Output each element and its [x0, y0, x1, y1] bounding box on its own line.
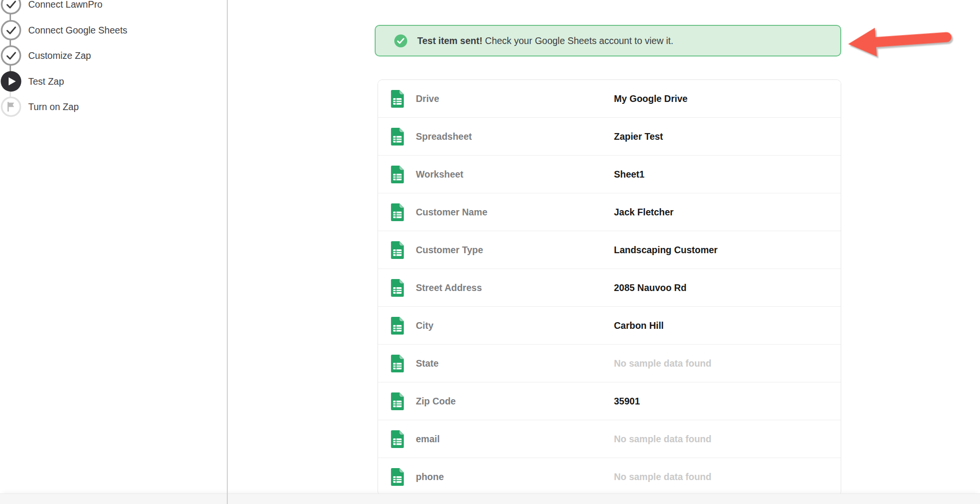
check-circle-icon [0, 20, 22, 41]
google-sheets-file-icon [391, 392, 404, 410]
field-label: Spreadsheet [416, 131, 472, 142]
google-sheets-file-icon [391, 128, 404, 146]
sidebar-step-turn-on-zap[interactable]: Turn on Zap [0, 96, 79, 117]
setup-steps-sidebar: Connect LawnPro Connect Google Sheets Cu… [0, 0, 227, 504]
banner-body-text: Check your Google Sheets account to view… [482, 35, 673, 46]
step-connector-line [10, 4, 11, 81]
field-label: Customer Name [416, 207, 488, 218]
bottom-panel-edge [0, 493, 980, 504]
field-label: Customer Type [416, 245, 483, 256]
field-value: Jack Fletcher [614, 207, 674, 218]
field-value: Landscaping Customer [614, 245, 718, 256]
step-label: Test Zap [28, 76, 64, 87]
table-row-state: State No sample data found [378, 344, 841, 382]
table-row-worksheet: Worksheet Sheet1 [378, 155, 841, 193]
banner-message: Test item sent! Check your Google Sheets… [417, 35, 673, 46]
field-label: Street Address [416, 282, 482, 293]
table-row-phone: phone No sample data found [378, 458, 841, 495]
field-value-empty: No sample data found [614, 358, 712, 369]
sidebar-step-connect-lawnpro[interactable]: Connect LawnPro [0, 0, 102, 15]
field-label: City [416, 320, 434, 331]
test-data-card: Drive My Google Drive Spreadsheet Zapier… [378, 79, 841, 496]
banner-title: Test item sent! [417, 35, 482, 46]
table-row-email: email No sample data found [378, 420, 841, 458]
check-circle-icon [0, 45, 22, 66]
sidebar-step-test-zap[interactable]: Test Zap [0, 71, 64, 92]
flag-circle-icon [0, 96, 22, 117]
google-sheets-file-icon [391, 90, 404, 108]
field-label: email [416, 434, 440, 445]
google-sheets-file-icon [391, 355, 404, 372]
field-value: Carbon Hill [614, 320, 664, 331]
google-sheets-file-icon [391, 468, 404, 486]
success-banner: Test item sent! Check your Google Sheets… [375, 25, 841, 56]
field-label: Zip Code [416, 396, 456, 407]
red-arrow-annotation [845, 16, 961, 61]
field-label: Drive [416, 93, 439, 104]
field-value-empty: No sample data found [614, 471, 712, 482]
table-row-drive: Drive My Google Drive [378, 80, 841, 117]
google-sheets-file-icon [391, 241, 404, 259]
field-label: Worksheet [416, 169, 463, 180]
sidebar-step-customize-zap[interactable]: Customize Zap [0, 45, 91, 66]
table-row-customer-type: Customer Type Landscaping Customer [378, 231, 841, 269]
table-row-spreadsheet: Spreadsheet Zapier Test [378, 117, 841, 155]
step-label: Turn on Zap [28, 101, 79, 112]
table-row-customer-name: Customer Name Jack Fletcher [378, 193, 841, 231]
play-circle-icon [0, 71, 22, 92]
google-sheets-file-icon [391, 430, 404, 448]
table-row-city: City Carbon Hill [378, 306, 841, 344]
sidebar-step-connect-google-sheets[interactable]: Connect Google Sheets [0, 20, 127, 41]
field-label: State [416, 358, 439, 369]
field-value: 2085 Nauvoo Rd [614, 282, 687, 293]
field-value: Zapier Test [614, 131, 663, 142]
step-label: Connect Google Sheets [28, 25, 127, 36]
field-label: phone [416, 471, 444, 482]
google-sheets-file-icon [391, 279, 404, 297]
google-sheets-file-icon [391, 166, 404, 183]
field-value: My Google Drive [614, 93, 688, 104]
table-row-street-address: Street Address 2085 Nauvoo Rd [378, 269, 841, 306]
google-sheets-file-icon [391, 317, 404, 335]
sidebar-divider [227, 0, 228, 504]
field-value: Sheet1 [614, 169, 645, 180]
field-value: 35901 [614, 396, 640, 407]
table-row-zip-code: Zip Code 35901 [378, 382, 841, 420]
check-circle-icon [394, 34, 407, 47]
field-value-empty: No sample data found [614, 434, 712, 445]
google-sheets-file-icon [391, 203, 404, 221]
step-label: Connect LawnPro [28, 0, 102, 10]
check-circle-icon [0, 0, 22, 15]
step-label: Customize Zap [28, 50, 91, 61]
